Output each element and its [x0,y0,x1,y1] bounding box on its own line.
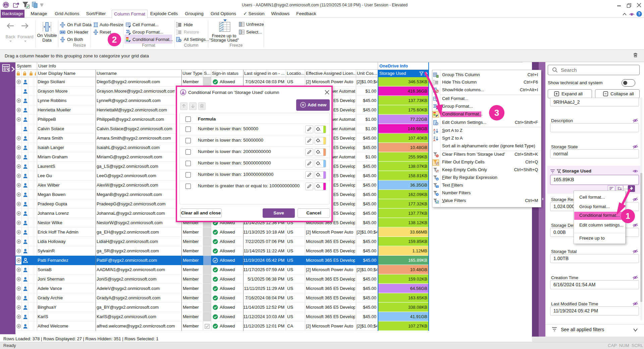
svg-text:A: A [433,139,435,142]
svg-text:Z: Z [433,131,435,134]
svg-text:T: T [436,186,438,188]
svg-text:?: ? [638,12,640,16]
